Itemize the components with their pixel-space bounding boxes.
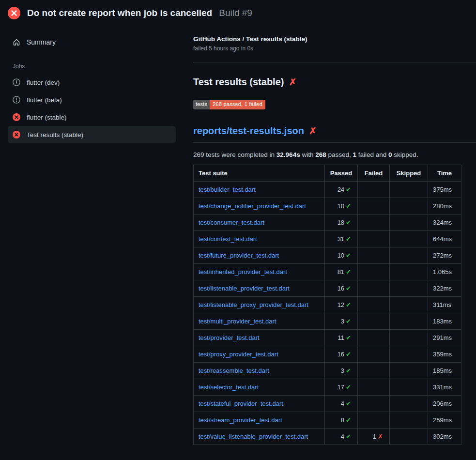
table-row: test/context_test.dart31✔644ms — [194, 231, 461, 247]
test-suite-link[interactable]: test/multi_provider_test.dart — [199, 318, 276, 325]
test-suite-cell: test/change_notifier_provider_test.dart — [194, 198, 325, 215]
cell — [358, 313, 390, 330]
skipped-cell — [390, 429, 428, 445]
skipped-cell — [390, 231, 428, 247]
count: 16 — [338, 351, 344, 358]
table-row: test/future_provider_test.dart10✔272ms — [194, 247, 461, 264]
skipped-cell — [390, 198, 428, 215]
count: 24 — [338, 186, 344, 193]
time-cell: 311ms — [428, 297, 461, 313]
skipped-cell — [390, 215, 428, 231]
cell — [358, 215, 390, 231]
test-suite-link[interactable]: test/context_test.dart — [199, 235, 257, 243]
test-suite-link[interactable]: test/value_listenable_provider_test.dart — [199, 433, 308, 440]
cell — [358, 198, 390, 215]
test-suite-link[interactable]: test/reassemble_test.dart — [199, 367, 269, 374]
count: 10 — [338, 202, 344, 210]
check-icon: ✔ — [346, 416, 351, 424]
section-title-text: Test results (stable) — [193, 77, 284, 88]
test-suite-link[interactable]: test/change_notifier_provider_test.dart — [199, 202, 306, 210]
skipped-cell — [390, 247, 428, 264]
count: 16 — [338, 285, 344, 292]
column-header: Passed — [325, 165, 358, 182]
sidebar-item-summary[interactable]: Summary — [8, 34, 176, 50]
column-header: Time — [428, 165, 461, 182]
cell — [358, 379, 390, 396]
skipped-cell — [390, 297, 428, 313]
check-icon: ✔ — [346, 351, 351, 358]
time-cell: 331ms — [428, 379, 461, 396]
test-suite-link[interactable]: test/selector_test.dart — [199, 383, 259, 391]
sidebar-item-test-results-stable[interactable]: Test results (stable) — [8, 126, 176, 143]
page-layout: Summary Jobs flutter (dev)flutter (beta)… — [0, 25, 476, 445]
cell: 24✔ — [325, 182, 358, 198]
skipped-cell — [390, 182, 428, 198]
table-row: test/inherited_provider_test.dart81✔1.06… — [194, 264, 461, 280]
table-row: test/listenable_provider_test.dart16✔322… — [194, 280, 461, 297]
test-suite-link[interactable]: test/inherited_provider_test.dart — [199, 268, 287, 276]
test-suite-link[interactable]: test/listenable_proxy_provider_test.dart — [199, 301, 308, 308]
sidebar-item-flutter-dev[interactable]: flutter (dev) — [8, 74, 176, 91]
badge-label: tests — [193, 100, 210, 109]
cell — [358, 297, 390, 313]
check-icon: ✔ — [346, 433, 351, 440]
summary-line: 269 tests were completed in 32.964s with… — [193, 151, 476, 158]
cell: 12✔ — [325, 297, 358, 313]
table-row: test/listenable_proxy_provider_test.dart… — [194, 297, 461, 313]
test-suite-link[interactable]: test/listenable_provider_test.dart — [199, 285, 290, 292]
count: 81 — [338, 268, 344, 276]
time-cell: 291ms — [428, 330, 461, 346]
test-suite-cell: test/future_provider_test.dart — [194, 247, 325, 264]
table-row: test/proxy_provider_test.dart16✔359ms — [194, 346, 461, 363]
table-row: test/stream_provider_test.dart8✔259ms — [194, 412, 461, 429]
test-suite-cell: test/listenable_proxy_provider_test.dart — [194, 297, 325, 313]
test-suite-link[interactable]: test/builder_test.dart — [199, 186, 256, 193]
cell — [358, 280, 390, 297]
sidebar-jobs-list: flutter (dev)flutter (beta)flutter (stab… — [8, 74, 176, 143]
sidebar-item-flutter-stable[interactable]: flutter (stable) — [8, 108, 176, 126]
skipped-cell — [390, 330, 428, 346]
table-row: test/value_listenable_provider_test.dart… — [194, 429, 461, 445]
test-suite-link[interactable]: test/proxy_provider_test.dart — [199, 351, 278, 358]
time-cell: 322ms — [428, 280, 461, 297]
cell: 1✗ — [358, 429, 390, 445]
sidebar-item-flutter-beta[interactable]: flutter (beta) — [8, 91, 176, 108]
cell — [358, 330, 390, 346]
check-icon: ✔ — [346, 285, 351, 292]
cross-mark-icon: ✗ — [309, 126, 317, 136]
job-label: Test results (stable) — [27, 131, 83, 138]
job-label: flutter (stable) — [27, 114, 67, 121]
test-suite-link[interactable]: test/provider_test.dart — [199, 334, 260, 341]
count: 1 — [373, 433, 376, 440]
test-suite-link[interactable]: test/stream_provider_test.dart — [199, 416, 282, 424]
count: 4 — [341, 400, 344, 407]
time-cell: 1.065s — [428, 264, 461, 280]
cell: 10✔ — [325, 198, 358, 215]
cell — [358, 346, 390, 363]
check-icon: ✔ — [346, 383, 351, 391]
report-heading: reports/test-results.json ✗ — [193, 125, 476, 143]
time-cell: 272ms — [428, 247, 461, 264]
cancelled-icon — [13, 96, 20, 104]
section-title: Test results (stable) ✗ — [193, 77, 476, 88]
test-suite-cell: test/proxy_provider_test.dart — [194, 346, 325, 363]
cell — [358, 247, 390, 264]
test-suite-link[interactable]: test/stateful_provider_test.dart — [199, 400, 283, 407]
table-row: test/provider_test.dart11✔291ms — [194, 330, 461, 346]
table-row: test/selector_test.dart17✔331ms — [194, 379, 461, 396]
cell — [358, 412, 390, 429]
results-table: Test suitePassedFailedSkippedTime test/b… — [193, 165, 461, 445]
report-link[interactable]: reports/test-results.json — [193, 125, 304, 137]
test-suite-cell: test/provider_test.dart — [194, 330, 325, 346]
time-cell: 644ms — [428, 231, 461, 247]
test-suite-link[interactable]: test/future_provider_test.dart — [199, 252, 279, 259]
test-suite-link[interactable]: test/consumer_test.dart — [199, 219, 264, 226]
cell: 3✔ — [325, 363, 358, 379]
job-label: flutter (beta) — [27, 96, 62, 104]
cell: 16✔ — [325, 280, 358, 297]
skipped-cell — [390, 264, 428, 280]
table-header-row: Test suitePassedFailedSkippedTime — [194, 165, 461, 182]
time-cell: 375ms — [428, 182, 461, 198]
check-icon: ✔ — [346, 367, 351, 374]
test-suite-cell: test/reassemble_test.dart — [194, 363, 325, 379]
